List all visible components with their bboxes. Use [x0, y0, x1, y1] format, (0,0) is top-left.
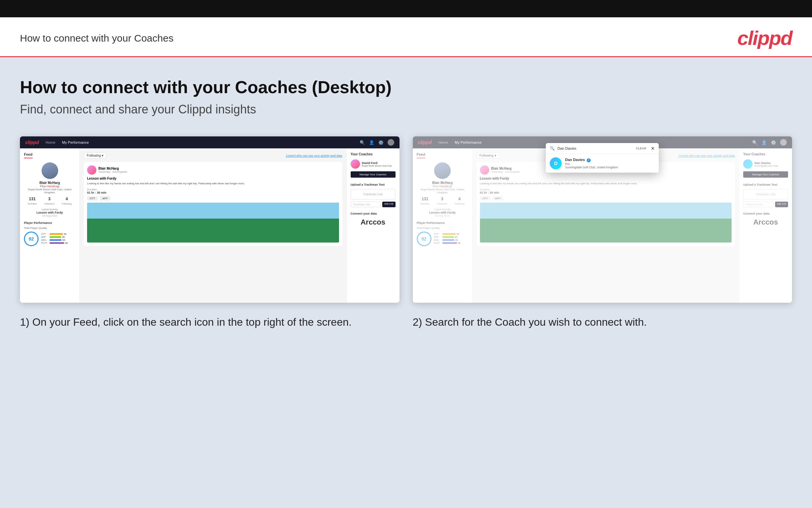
- screenshot-2: clippd Home My Performance 🔍 👤 ⚙️ Feed: [413, 136, 793, 303]
- coach-item: David Ford Royal North Devon Golf Club: [351, 159, 395, 169]
- nav-logo-2: clippd: [418, 140, 432, 145]
- result-avatar: D: [550, 157, 562, 169]
- top-bar: [0, 0, 812, 17]
- app-ui-1: clippd Home My Performance 🔍 👤 ⚙️: [20, 136, 399, 303]
- verified-badge: ✓: [587, 158, 591, 162]
- player-perf-2: Player Performance Total Player Quality …: [417, 221, 468, 246]
- following-button[interactable]: Following ▾: [84, 153, 106, 159]
- result-info: Dan Davies ✓ Pro Sunningdale Golf Club, …: [565, 158, 618, 169]
- add-link-button[interactable]: Add Link: [382, 202, 395, 207]
- nav-logo: clippd: [25, 140, 39, 145]
- user-club: Royal North Devon Golf Club, United King…: [24, 188, 76, 194]
- feed-tab[interactable]: Feed: [24, 153, 33, 158]
- followers-count: 3: [45, 197, 54, 201]
- coaches-title: Your Coaches: [351, 153, 395, 156]
- settings-icon[interactable]: ⚙️: [378, 140, 384, 145]
- main-title: How to connect with your Coaches (Deskto…: [20, 77, 792, 97]
- footer: Copyright Clippd 2022: [0, 506, 812, 508]
- post-user-row: Blair McHarg Yesterday · Sunningdale: [87, 165, 339, 175]
- feed-tab-2: Feed: [417, 153, 425, 158]
- off-btn[interactable]: OTT: [87, 196, 98, 201]
- connect-section: Connect your data Arccos: [351, 212, 395, 226]
- post-user-meta: Yesterday · Sunningdale: [98, 170, 127, 173]
- trackman-title: Upload a Trackman Test: [351, 183, 395, 186]
- screenshots-grid: clippd Home My Performance 🔍 👤 ⚙️: [20, 136, 792, 330]
- search-bar: 🔍 Dan Davies CLEAR ✕: [546, 143, 659, 154]
- following-count: 4: [62, 197, 72, 201]
- nav-icons: 🔍 👤 ⚙️: [360, 139, 394, 146]
- activities-count: 131: [28, 197, 37, 201]
- close-search-button[interactable]: ✕: [651, 146, 655, 151]
- user-profile-card: Blair McHarg Plus Handicap Royal North D…: [24, 162, 76, 217]
- player-performance: Player Performance Total Player Quality …: [24, 221, 76, 246]
- user-stats: 131 Activities 3 Followers 4: [24, 197, 76, 205]
- nav-link-home-2: Home: [438, 140, 448, 144]
- settings-icon-2: ⚙️: [771, 140, 776, 145]
- followers-label: Followers: [45, 203, 54, 205]
- user-name: Blair McHarg: [24, 181, 76, 185]
- app-body-1: Feed Blair McHarg Plus Handicap Royal No…: [20, 149, 399, 303]
- user-icon[interactable]: 👤: [369, 140, 374, 145]
- main-subtitle: Find, connect and share your Clippd insi…: [20, 102, 792, 117]
- manage-coaches-button[interactable]: Manage Your Coaches: [351, 171, 395, 178]
- screenshot-section-1: clippd Home My Performance 🔍 👤 ⚙️: [20, 136, 399, 330]
- result-name: Dan Davies ✓: [565, 158, 618, 162]
- search-result-item[interactable]: D Dan Davies ✓ Pro Sunningdale Golf Club…: [546, 154, 659, 173]
- user-handicap: Plus Handicap: [24, 185, 76, 188]
- app-main-1: Following ▾ Control who can see your act…: [80, 149, 346, 303]
- post-user-info: Blair McHarg Yesterday · Sunningdale: [98, 167, 127, 173]
- search-icon[interactable]: 🔍: [360, 140, 365, 145]
- search-icon-overlay: 🔍: [550, 146, 555, 151]
- result-role: Pro: [565, 162, 618, 166]
- nav-link-performance-2: My Performance: [455, 140, 482, 144]
- following-label: Following: [62, 203, 72, 205]
- search-input-value[interactable]: Dan Davies: [558, 146, 633, 151]
- post-image: [87, 203, 339, 243]
- step1-caption: 1) On your Feed, click on the search ico…: [20, 315, 399, 330]
- quality-score: 92: [24, 231, 39, 246]
- avatar-icon[interactable]: [388, 139, 394, 146]
- trackman-section: Upload a Trackman Test Trackman Link Tra…: [351, 183, 395, 207]
- golf-scene: [87, 203, 339, 243]
- stat-bars: OTT 90 APP 85: [41, 233, 68, 245]
- latest-activity: Latest Activity: [24, 208, 76, 211]
- search-overlay[interactable]: 🔍 Dan Davies CLEAR ✕ D Dan Davies ✓: [546, 143, 659, 173]
- app-sidebar-1: Feed Blair McHarg Plus Handicap Royal No…: [20, 149, 80, 303]
- post-duration: 01 hr : 30 min: [87, 191, 339, 194]
- clippd-logo: clippd: [737, 27, 792, 50]
- arccos-logo: Arccos: [351, 218, 395, 226]
- post-user-name: Blair McHarg: [98, 167, 127, 170]
- app-sidebar-2: Feed Blair McHarg Plus Handicap Royal No…: [413, 149, 473, 303]
- activity-date: 03 Aug 2022: [24, 214, 76, 217]
- clear-button[interactable]: CLEAR: [636, 147, 646, 150]
- search-icon-2: 🔍: [752, 140, 758, 145]
- nav-link-home[interactable]: Home: [46, 140, 55, 144]
- main-content: How to connect with your Coaches (Deskto…: [0, 57, 812, 506]
- post-card-2: Blair McHargYesterday · Sunningdale Less…: [477, 162, 735, 246]
- nav-link-performance[interactable]: My Performance: [62, 140, 89, 144]
- screenshot-1: clippd Home My Performance 🔍 👤 ⚙️: [20, 136, 399, 303]
- app-btn[interactable]: APP: [100, 196, 110, 201]
- result-club: Sunningdale Golf Club, United Kingdom: [565, 166, 618, 169]
- coach-info: David Ford Royal North Devon Golf Club: [362, 161, 392, 167]
- user-profile-card-2: Blair McHarg Plus Handicap Royal North D…: [417, 162, 468, 217]
- avatar-icon-2: [780, 139, 787, 146]
- user-stats-2: 131Activities 3Followers 4Following: [417, 197, 468, 205]
- app-nav-1: clippd Home My Performance 🔍 👤 ⚙️: [20, 136, 399, 149]
- post-card: Blair McHarg Yesterday · Sunningdale Les…: [84, 162, 342, 246]
- step2-text: 2) Search for the Coach you wish to conn…: [413, 316, 647, 328]
- perf-subtitle: Total Player Quality: [24, 226, 76, 229]
- app-right-panel-1: Your Coaches David Ford Royal North Devo…: [346, 149, 399, 303]
- screenshot-section-2: clippd Home My Performance 🔍 👤 ⚙️ Feed: [413, 136, 793, 330]
- coach-name: David Ford: [362, 161, 392, 165]
- user-avatar-2: [434, 162, 451, 179]
- post-btns: OTT APP: [87, 196, 339, 201]
- duration-label: Duration: [87, 188, 339, 191]
- trackman-link-box: Trackman Link: [351, 189, 395, 200]
- control-link[interactable]: Control who can see your activity and da…: [286, 154, 342, 157]
- coach-club: Royal North Devon Golf Club: [362, 165, 392, 167]
- trackman-input[interactable]: Trackman Link: [351, 202, 381, 207]
- page-title: How to connect with your Coaches: [20, 33, 174, 44]
- user-club-2: Royal North Devon Golf Club, United King…: [417, 188, 468, 194]
- step1-text: 1) On your Feed, click on the search ico…: [20, 316, 352, 328]
